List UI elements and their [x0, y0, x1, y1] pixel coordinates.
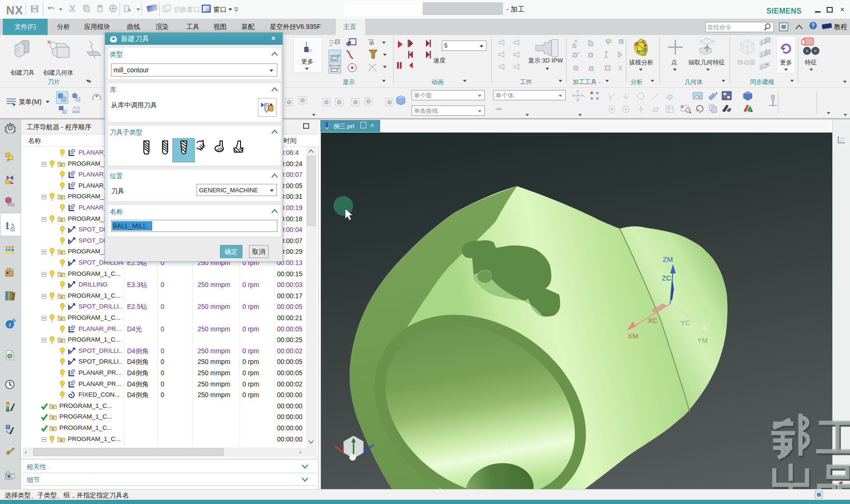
svg-text:a: a — [60, 438, 62, 442]
svg-text:XC: XC — [648, 316, 658, 324]
svg-text:a: a — [51, 415, 54, 420]
svg-text:XM: XM — [628, 332, 638, 340]
svg-text:YC: YC — [680, 319, 690, 327]
svg-text:a: a — [60, 162, 62, 167]
svg-text:ZC: ZC — [662, 274, 671, 282]
svg-text:a: a — [60, 273, 62, 277]
svg-text:a: a — [60, 316, 62, 321]
svg-text:ZM: ZM — [663, 255, 673, 263]
svg-text:a: a — [60, 195, 62, 200]
svg-text:a: a — [60, 250, 62, 255]
svg-text:a: a — [60, 294, 62, 299]
svg-text:a: a — [60, 338, 62, 343]
svg-text:i: i — [9, 321, 11, 328]
svg-text:a: a — [60, 217, 62, 222]
svg-text:YM: YM — [697, 336, 708, 344]
svg-text:a: a — [51, 427, 54, 431]
svg-text:a: a — [51, 405, 54, 409]
